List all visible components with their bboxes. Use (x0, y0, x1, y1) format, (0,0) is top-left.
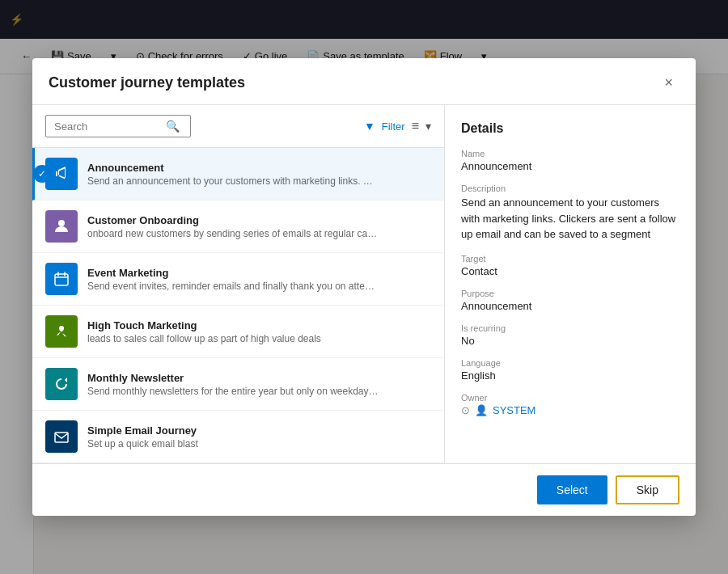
template-icon-hightouch (45, 315, 78, 348)
list-item[interactable]: Customer Onboarding onboard new customer… (32, 200, 444, 253)
filter-icon: ▼ (364, 120, 375, 133)
selected-check-icon: ✓ (33, 165, 51, 183)
template-desc: onboard new customers by sending series … (87, 228, 379, 239)
template-list: ✓ Announcement Send an announcement to y… (32, 148, 444, 463)
language-label: Language (461, 358, 679, 368)
detail-group-target: Target Contact (461, 254, 679, 277)
template-name: Event Marketing (87, 267, 431, 279)
template-info-onboarding: Customer Onboarding onboard new customer… (87, 214, 431, 239)
owner-label: Owner (461, 393, 679, 403)
details-title: Details (461, 121, 679, 136)
list-item[interactable]: High Touch Marketing leads to sales call… (32, 306, 444, 358)
filter-label[interactable]: Filter (382, 120, 405, 133)
template-name: Monthly Newsletter (87, 372, 431, 384)
skip-button[interactable]: Skip (616, 475, 679, 504)
search-icon: 🔍 (166, 120, 180, 133)
description-value: Send an announcement to your customers w… (461, 195, 679, 243)
detail-group-recurring: Is recurring No (461, 323, 679, 347)
target-value: Contact (461, 265, 679, 277)
detail-group-description: Description Send an announcement to your… (461, 184, 679, 243)
owner-person-icon: 👤 (475, 404, 488, 416)
template-desc: Set up a quick email blast (87, 438, 379, 449)
template-desc: leads to sales call follow up as part of… (87, 333, 379, 344)
left-panel: 🔍 ▼ Filter ≡ ▾ ✓ (32, 105, 445, 463)
list-item[interactable]: ✓ Announcement Send an announcement to y… (32, 148, 444, 200)
recurring-value: No (461, 335, 679, 347)
template-info-simple-email: Simple Email Journey Set up a quick emai… (87, 424, 431, 449)
template-name: Simple Email Journey (87, 424, 431, 437)
target-label: Target (461, 254, 679, 264)
detail-group-language: Language English (461, 358, 679, 382)
detail-group-owner: Owner ⊙ 👤 SYSTEM (461, 393, 679, 416)
template-icon-onboarding (45, 210, 78, 243)
name-value: Announcement (461, 160, 679, 172)
close-button[interactable]: × (658, 71, 679, 95)
template-info-hightouch: High Touch Marketing leads to sales call… (87, 319, 431, 344)
name-label: Name (461, 149, 679, 158)
modal-overlay: Customer journey templates × 🔍 ▼ Filter … (0, 0, 728, 574)
purpose-label: Purpose (461, 289, 679, 298)
modal-footer: Select Skip (32, 463, 696, 516)
owner-circle-icon: ⊙ (461, 404, 470, 416)
modal-header: Customer journey templates × (32, 58, 696, 105)
template-icon-newsletter (45, 368, 78, 400)
template-info-event: Event Marketing Send event invites, remi… (87, 267, 431, 292)
modal-body: 🔍 ▼ Filter ≡ ▾ ✓ (32, 105, 696, 463)
filter-area: ▼ Filter ≡ ▾ (364, 119, 431, 133)
svg-point-0 (58, 220, 65, 226)
template-info-announcement: Announcement Send an announcement to you… (87, 162, 431, 187)
list-item[interactable]: Monthly Newsletter Send monthly newslett… (32, 358, 444, 411)
template-name: Customer Onboarding (87, 214, 431, 226)
search-bar: 🔍 ▼ Filter ≡ ▾ (32, 105, 444, 148)
template-desc: Send monthly newsletters for the entire … (87, 386, 379, 397)
description-label: Description (461, 184, 679, 193)
chevron-icon[interactable]: ▾ (425, 120, 431, 133)
svg-rect-1 (55, 274, 68, 285)
modal-title: Customer journey templates (49, 74, 245, 91)
template-desc: Send an announcement to your customers w… (87, 175, 379, 187)
template-name: Announcement (87, 162, 431, 174)
template-desc: Send event invites, reminder emails and … (87, 281, 379, 292)
template-name: High Touch Marketing (87, 319, 431, 331)
search-input-wrap[interactable]: 🔍 (45, 115, 191, 137)
purpose-value: Announcement (461, 300, 679, 312)
list-item[interactable]: Event Marketing Send event invites, remi… (32, 253, 444, 306)
template-icon-event (45, 263, 78, 295)
template-info-newsletter: Monthly Newsletter Send monthly newslett… (87, 372, 431, 397)
svg-rect-2 (55, 433, 68, 442)
recurring-label: Is recurring (461, 323, 679, 333)
detail-group-name: Name Announcement (461, 149, 679, 172)
select-button[interactable]: Select (537, 475, 607, 504)
search-input[interactable] (54, 120, 159, 133)
right-panel: Details Name Announcement Description Se… (445, 105, 696, 463)
owner-value[interactable]: SYSTEM (493, 404, 535, 416)
list-item[interactable]: Simple Email Journey Set up a quick emai… (32, 411, 444, 463)
template-icon-email (45, 420, 78, 453)
detail-group-purpose: Purpose Announcement (461, 289, 679, 312)
owner-row: ⊙ 👤 SYSTEM (461, 404, 679, 416)
sort-icon[interactable]: ≡ (412, 119, 419, 133)
modal-dialog: Customer journey templates × 🔍 ▼ Filter … (32, 58, 696, 516)
language-value: English (461, 369, 679, 382)
